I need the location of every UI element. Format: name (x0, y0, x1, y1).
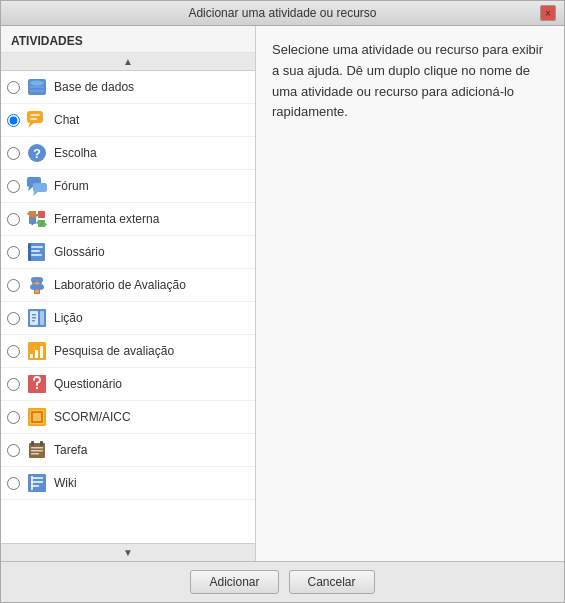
svg-rect-50 (31, 453, 39, 455)
radio-forum[interactable] (7, 180, 20, 193)
lab-icon (26, 274, 48, 296)
svg-rect-49 (31, 450, 43, 452)
external-tool-icon (26, 208, 48, 230)
radio-chat[interactable] (7, 114, 20, 127)
dialog-title: Adicionar uma atividade ou recurso (25, 6, 540, 20)
svg-rect-44 (33, 413, 41, 421)
svg-rect-6 (30, 114, 40, 116)
external-tool-label: Ferramenta externa (54, 212, 159, 226)
radio-external[interactable] (7, 213, 20, 226)
task-label: Tarefa (54, 443, 87, 457)
forum-label: Fórum (54, 179, 89, 193)
svg-rect-47 (40, 441, 43, 446)
chat-label: Chat (54, 113, 79, 127)
wiki-label: Wiki (54, 476, 77, 490)
svg-rect-33 (32, 317, 36, 319)
lesson-icon (26, 307, 48, 329)
svg-rect-18 (31, 250, 40, 252)
svg-rect-31 (40, 311, 44, 325)
svg-rect-46 (31, 441, 34, 446)
svg-marker-13 (33, 192, 38, 196)
svg-marker-11 (28, 187, 33, 191)
close-button[interactable]: × (540, 5, 556, 21)
activities-section-header: ATIVIDADES (1, 26, 255, 53)
svg-rect-12 (33, 183, 47, 192)
list-item[interactable]: Laboratório de Avaliação (1, 269, 255, 302)
list-item[interactable]: Tarefa (1, 434, 255, 467)
add-button[interactable]: Adicionar (190, 570, 278, 594)
help-text: Selecione uma atividade ou recurso para … (272, 40, 548, 123)
list-item[interactable]: ? Escolha (1, 137, 255, 170)
chat-icon (26, 109, 48, 131)
scroll-up-button[interactable]: ▲ (1, 53, 255, 71)
scorm-icon (26, 406, 48, 428)
radio-survey[interactable] (7, 345, 20, 358)
svg-rect-48 (31, 447, 43, 449)
title-bar: Adicionar uma atividade ou recurso × (1, 1, 564, 26)
survey-icon (26, 340, 48, 362)
list-item[interactable]: Glossário (1, 236, 255, 269)
svg-rect-38 (40, 346, 43, 358)
forum-icon (26, 175, 48, 197)
svg-rect-51 (28, 474, 46, 492)
dialog-window: Adicionar uma atividade ou recurso × ATI… (0, 0, 565, 603)
list-item[interactable]: Fórum (1, 170, 255, 203)
svg-point-26 (37, 277, 43, 283)
scroll-down-icon: ▼ (123, 547, 133, 558)
right-panel: Selecione uma atividade ou recurso para … (256, 26, 564, 561)
choice-label: Escolha (54, 146, 97, 160)
svg-rect-20 (28, 243, 31, 261)
radio-lab[interactable] (7, 279, 20, 292)
radio-wiki[interactable] (7, 477, 20, 490)
radio-database[interactable] (7, 81, 20, 94)
list-item[interactable]: Questionário (1, 368, 255, 401)
list-item[interactable]: Base de dados (1, 71, 255, 104)
content-area: ATIVIDADES ▲ Base de (1, 26, 564, 561)
svg-rect-17 (31, 246, 43, 248)
task-icon (26, 439, 48, 461)
database-label: Base de dados (54, 80, 134, 94)
scroll-down-button[interactable]: ▼ (1, 543, 255, 561)
svg-rect-34 (32, 320, 35, 322)
footer: Adicionar Cancelar (1, 561, 564, 602)
lesson-label: Lição (54, 311, 83, 325)
radio-glossary[interactable] (7, 246, 20, 259)
svg-text:?: ? (33, 146, 41, 161)
svg-marker-5 (28, 123, 34, 128)
svg-rect-4 (27, 111, 43, 123)
list-item[interactable]: Ferramenta externa (1, 203, 255, 236)
database-icon (26, 76, 48, 98)
scroll-up-icon: ▲ (123, 56, 133, 67)
list-item[interactable]: Wiki (1, 467, 255, 500)
left-panel: ATIVIDADES ▲ Base de (1, 26, 256, 561)
quiz-icon (26, 373, 48, 395)
list-item[interactable]: Pesquisa de avaliação (1, 335, 255, 368)
radio-scorm[interactable] (7, 411, 20, 424)
list-item[interactable]: Chat (1, 104, 255, 137)
choice-icon: ? (26, 142, 48, 164)
svg-rect-37 (35, 350, 38, 358)
glossary-icon (26, 241, 48, 263)
lab-label: Laboratório de Avaliação (54, 278, 186, 292)
survey-label: Pesquisa de avaliação (54, 344, 174, 358)
svg-rect-7 (30, 118, 37, 120)
svg-rect-36 (30, 354, 33, 358)
radio-choice[interactable] (7, 147, 20, 160)
activities-list: Base de dados Chat (1, 71, 255, 543)
radio-task[interactable] (7, 444, 20, 457)
svg-point-40 (36, 387, 38, 389)
svg-point-25 (31, 277, 37, 283)
quiz-label: Questionário (54, 377, 122, 391)
radio-quiz[interactable] (7, 378, 20, 391)
svg-point-1 (30, 81, 44, 86)
svg-rect-32 (32, 314, 36, 316)
cancel-button[interactable]: Cancelar (289, 570, 375, 594)
scorm-label: SCORM/AICC (54, 410, 131, 424)
glossary-label: Glossário (54, 245, 105, 259)
wiki-icon (26, 472, 48, 494)
svg-rect-19 (31, 254, 42, 256)
svg-point-28 (36, 284, 44, 290)
radio-lesson[interactable] (7, 312, 20, 325)
list-item[interactable]: Lição (1, 302, 255, 335)
list-item[interactable]: SCORM/AICC (1, 401, 255, 434)
